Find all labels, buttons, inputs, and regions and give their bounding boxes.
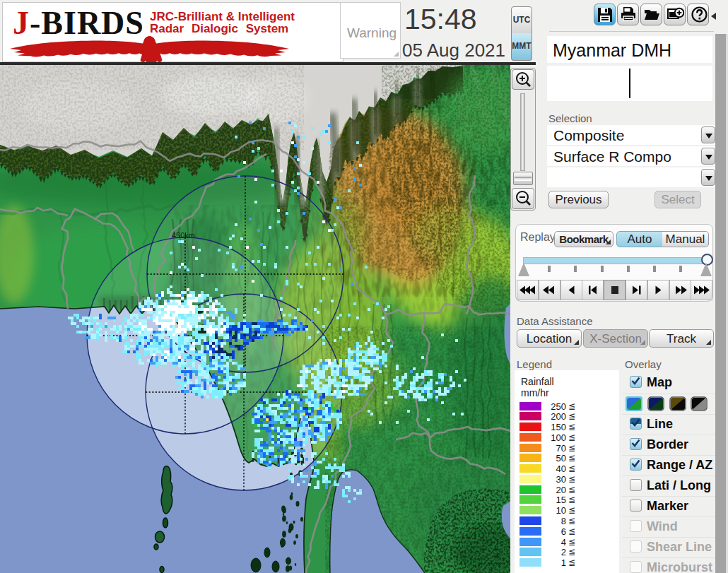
- svg-text:450km: 450km: [172, 231, 195, 240]
